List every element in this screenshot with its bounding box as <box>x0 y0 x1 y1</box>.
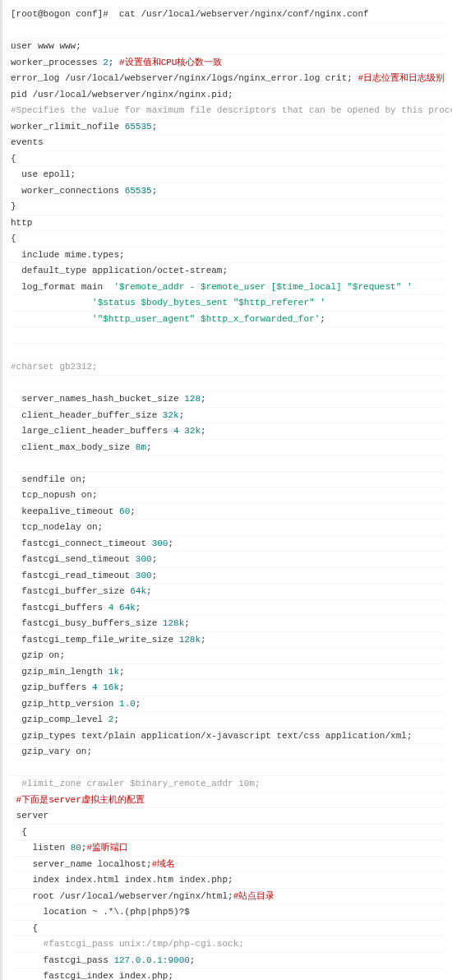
code-line: { <box>11 921 444 937</box>
code-line: pid /usr/local/webserver/nginx/nginx.pid… <box>11 87 444 104</box>
code-line: { <box>11 825 444 841</box>
code-segment: 128k <box>163 618 184 628</box>
nginx-conf-code: [root@bogon conf]# cat /usr/local/webser… <box>0 0 452 980</box>
code-segment: default_type application/octet-stream; <box>11 266 228 275</box>
code-segment: keepalive_timeout <box>11 506 119 516</box>
code-segment: location ~ .*\.(php|php5)?$ <box>11 907 190 917</box>
code-line: fastcgi_index index.php; <box>11 968 444 980</box>
code-segment: '$remote_addr - $remote_user [$time_loca… <box>113 282 412 292</box>
code-segment: ; <box>152 554 158 564</box>
code-segment: gzip_comp_level <box>11 714 108 724</box>
code-line: server_name localhost;#域名 <box>11 857 444 873</box>
code-line: #fastcgi_pass unix:/tmp/php-cgi.sock; <box>11 936 444 953</box>
code-segment: ; <box>190 955 196 965</box>
code-line: worker_rlimit_nofile 65535; <box>11 119 444 136</box>
code-line: worker_connections 65535; <box>11 183 444 200</box>
code-segment: fastcgi_connect_timeout <box>11 539 152 548</box>
code-segment: ; <box>119 682 125 692</box>
code-segment: 2 <box>103 58 108 67</box>
code-line: index index.html index.htm index.php; <box>11 872 444 889</box>
code-segment: 64k <box>130 586 146 596</box>
code-segment <box>11 298 92 307</box>
code-line: listen 80;#监听端口 <box>11 840 444 857</box>
code-line: error_log /usr/local/webserver/nginx/log… <box>11 71 444 87</box>
code-segment: worker_rlimit_nofile <box>11 122 125 132</box>
code-segment: 300 <box>136 571 152 580</box>
code-segment: gzip_min_length <box>11 667 108 677</box>
code-segment: fastcgi_buffer_size <box>11 586 130 596</box>
code-segment: { <box>11 923 38 933</box>
code-segment: events <box>11 137 44 147</box>
code-line: fastcgi_temp_file_write_size 128k; <box>11 632 444 649</box>
code-segment: client_max_body_size <box>11 442 136 452</box>
code-segment: gzip_http_version <box>11 699 119 709</box>
code-line: fastcgi_send_timeout 300; <box>11 552 444 568</box>
code-segment: 4 16k <box>92 682 119 692</box>
code-segment: #fastcgi_pass unix:/tmp/php-cgi.sock; <box>11 939 244 949</box>
code-line: sendfile on; <box>11 472 444 488</box>
code-segment: fastcgi_read_timeout <box>11 571 136 580</box>
code-segment: { <box>11 827 27 837</box>
code-segment: #limit_zone crawler $binary_remote_addr … <box>11 779 261 788</box>
code-segment: { <box>11 233 16 243</box>
code-line: client_header_buffer_size 32k; <box>11 408 444 424</box>
code-segment: listen <box>11 843 71 853</box>
code-segment: { <box>11 154 16 164</box>
code-segment: 1k <box>108 667 119 677</box>
code-segment: 128 <box>184 394 201 404</box>
code-segment: pid /usr/local/webserver/nginx/nginx.pid… <box>11 90 233 99</box>
code-segment: 4 64k <box>108 603 136 612</box>
code-segment: root /usr/local/webserver/nginx/html; <box>11 891 233 901</box>
code-line: server <box>11 808 444 825</box>
code-segment: 300 <box>136 554 152 564</box>
code-line: fastcgi_buffer_size 64k; <box>11 584 444 600</box>
code-segment: ; <box>168 539 173 548</box>
code-line: keepalive_timeout 60; <box>11 504 444 520</box>
code-segment: ; <box>136 603 141 612</box>
code-segment: 8m <box>136 442 146 452</box>
code-segment: ; <box>108 58 119 67</box>
code-segment: ; <box>179 410 185 420</box>
code-segment: 60 <box>119 506 130 516</box>
code-segment: tcp_nodelay on; <box>11 522 103 532</box>
code-line: gzip_http_version 1.0; <box>11 696 444 713</box>
code-line: http <box>11 215 444 232</box>
code-segment: ; <box>320 314 325 324</box>
code-segment: log_format main <box>11 282 113 292</box>
code-segment: ; <box>152 122 158 132</box>
code-line: '$status $body_bytes_sent "$http_referer… <box>11 295 444 312</box>
code-line: worker_processes 2; #设置值和CPU核心数一致 <box>11 55 444 72</box>
code-segment: fastcgi_index index.php; <box>11 971 173 980</box>
code-segment: #下面是server虚拟主机的配置 <box>16 795 145 805</box>
code-line: client_max_body_size 8m; <box>11 440 444 456</box>
code-segment: server <box>11 811 48 821</box>
code-segment <box>11 314 92 324</box>
code-segment: include mime.types; <box>11 250 125 260</box>
code-segment: #Specifies the value for maximum file de… <box>11 105 452 115</box>
code-segment: 32k <box>163 410 179 420</box>
code-line: gzip_vary on; <box>11 744 444 760</box>
code-line: #下面是server虚拟主机的配置 <box>11 793 444 809</box>
code-segment: 4 32k <box>173 426 201 436</box>
code-line: #limit_zone crawler $binary_remote_addr … <box>11 776 444 793</box>
code-line: #Specifies the value for maximum file de… <box>11 103 444 119</box>
code-line: gzip on; <box>11 648 444 664</box>
code-segment: 65535 <box>125 122 152 132</box>
code-segment: ; <box>113 714 119 724</box>
code-segment <box>11 795 16 805</box>
code-segment: #站点目录 <box>233 891 275 901</box>
code-segment: gzip_types text/plain application/x-java… <box>11 731 412 741</box>
code-line: [root@bogon conf]# cat /usr/local/webser… <box>11 7 444 23</box>
code-segment: ; <box>146 586 152 596</box>
code-line: root /usr/local/webserver/nginx/html;#站点… <box>11 889 444 905</box>
code-line: large_client_header_buffers 4 32k; <box>11 423 444 440</box>
code-line: fastcgi_read_timeout 300; <box>11 568 444 585</box>
code-segment: 80 <box>71 843 81 853</box>
code-segment: fastcgi_send_timeout <box>11 554 136 564</box>
code-line: fastcgi_connect_timeout 300; <box>11 536 444 552</box>
code-segment: tcp_nopush on; <box>11 490 98 500</box>
code-segment: ; <box>152 571 158 580</box>
code-segment: 1.0 <box>119 699 136 709</box>
code-segment: 300 <box>152 539 168 548</box>
code-segment <box>11 330 21 340</box>
